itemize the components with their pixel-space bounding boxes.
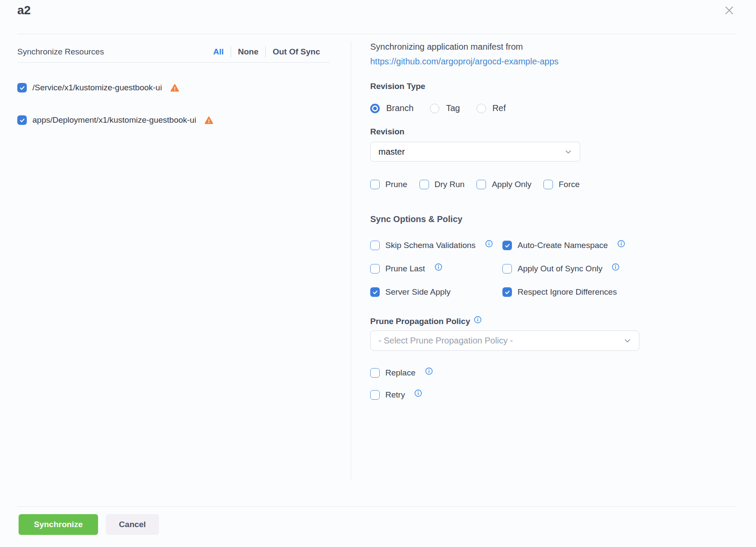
radio-label: Branch [386,103,413,113]
option-server-side-apply: Server Side Apply [370,287,502,297]
option-replace: Replace [370,367,639,378]
apply-only-checkbox[interactable] [476,180,486,189]
chevron-down-icon [624,337,631,344]
flag-prune: Prune [370,180,407,189]
retry-checkbox[interactable] [370,390,380,400]
checkbox-label: Respect Ignore Differences [518,287,617,297]
option-apply-out-of-sync-only: Apply Out of Sync Only [502,264,639,274]
warning-icon [204,116,213,125]
checkbox-label: Retry [385,390,405,400]
resources-panel: Synchronize Resources All None Out Of Sy… [17,41,330,125]
resource-checkbox[interactable] [17,115,27,125]
info-icon[interactable] [414,389,422,397]
replace-checkbox[interactable] [370,368,380,378]
resource-label: apps/Deployment/x1/kustomize-guestbook-u… [32,115,196,125]
prune-propagation-policy-label: Prune Propagation Policy [370,317,639,326]
footer-divider [17,506,735,507]
revision-type-label: Revision Type [370,82,639,91]
option-skip-schema-validations: Skip Schema Validations [370,240,502,251]
panel-divider [351,41,351,480]
checkbox-label: Auto-Create Namespace [518,241,608,250]
header-divider [17,34,735,34]
flag-apply-only: Apply Only [476,180,531,189]
respect-ignore-differences-checkbox[interactable] [502,287,512,297]
force-checkbox[interactable] [543,180,553,189]
sync-settings-panel: Synchronizing application manifest from … [370,41,639,400]
resource-row: /Service/x1/kustomize-guestbook-ui [17,83,330,93]
prune-propagation-policy-select[interactable]: - Select Prune Propagation Policy - [370,331,639,351]
revision-type-radios: Branch Tag Ref [370,103,639,113]
radio-option-ref: Ref [476,103,506,113]
option-prune-last: Prune Last [370,264,502,274]
close-icon [723,4,735,18]
info-icon[interactable] [612,263,619,271]
resource-row: apps/Deployment/x1/kustomize-guestbook-u… [17,115,330,125]
radio-option-tag: Tag [430,103,460,113]
manifest-link[interactable]: https://github.com/argoproj/argocd-examp… [370,56,559,67]
tab-all[interactable]: All [213,47,223,57]
tab-separator [231,46,231,57]
label-text: Prune Propagation Policy [370,317,470,326]
sync-options-heading: Sync Options & Policy [370,214,639,224]
apply-out-of-sync-only-checkbox[interactable] [502,264,512,274]
checkbox-label: Force [559,180,580,189]
info-icon[interactable] [425,367,433,375]
auto-create-namespace-checkbox[interactable] [502,241,512,250]
checkbox-label: Dry Run [435,180,465,189]
checkbox-label: Server Side Apply [385,287,451,297]
resources-header: Synchronize Resources All None Out Of Sy… [17,41,330,63]
prune-checkbox[interactable] [370,180,380,189]
sync-options-grid: Skip Schema Validations Auto-Create Name… [370,240,639,297]
option-retry: Retry [370,389,639,400]
skip-schema-validations-checkbox[interactable] [370,241,380,250]
close-button[interactable] [721,3,738,20]
warning-icon [170,83,179,92]
revision-select-value: master [378,147,405,157]
tab-none[interactable]: None [238,47,259,57]
option-auto-create-namespace: Auto-Create Namespace [502,240,639,251]
branch-radio[interactable] [370,104,380,113]
tab-out-of-sync[interactable]: Out Of Sync [273,47,320,57]
checkbox-label: Apply Only [492,180,531,189]
policy-select-placeholder: - Select Prune Propagation Policy - [378,336,513,346]
chevron-down-icon [565,148,572,156]
synchronize-button[interactable]: Synchronize [19,514,98,535]
radio-option-branch: Branch [370,103,413,113]
resource-label: /Service/x1/kustomize-guestbook-ui [32,83,162,92]
cancel-button[interactable]: Cancel [106,514,159,535]
info-icon[interactable] [617,240,625,248]
sync-flags-row: Prune Dry Run Apply Only Force [370,180,639,189]
checkbox-label: Apply Out of Sync Only [518,264,602,274]
radio-label: Tag [446,103,460,113]
checkbox-label: Skip Schema Validations [385,241,476,250]
ref-radio[interactable] [476,104,486,113]
resource-checkbox[interactable] [17,83,27,92]
info-icon[interactable] [435,263,442,271]
checkbox-label: Prune [385,180,407,189]
revision-select[interactable]: master [370,142,580,162]
manifest-from-text: Synchronizing application manifest from [370,41,639,52]
server-side-apply-checkbox[interactable] [370,287,380,297]
resources-header-label: Synchronize Resources [17,47,104,57]
prune-last-checkbox[interactable] [370,264,380,274]
radio-label: Ref [492,103,506,113]
info-icon[interactable] [485,240,493,248]
checkbox-label: Replace [385,368,416,378]
dialog-title: a2 [17,3,31,17]
sync-dialog: a2 Synchronize Resources All None Out Of… [0,0,756,547]
option-respect-ignore-differences: Respect Ignore Differences [502,287,639,297]
flag-force: Force [543,180,580,189]
resource-filter-tabs: All None Out Of Sync [213,46,320,57]
tag-radio[interactable] [430,104,439,113]
info-icon[interactable] [474,316,482,324]
revision-label: Revision [370,127,639,137]
tab-separator [265,46,266,57]
flag-dry-run: Dry Run [419,180,465,189]
dry-run-checkbox[interactable] [419,180,429,189]
checkbox-label: Prune Last [385,264,425,274]
